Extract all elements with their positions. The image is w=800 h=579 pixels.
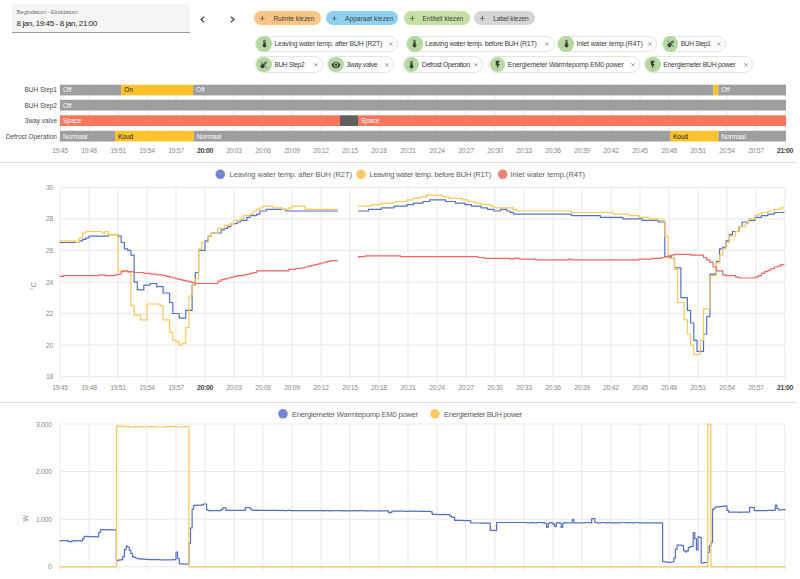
svg-text:20:12: 20:12 [313, 384, 329, 391]
svg-text:Space: Space [361, 117, 380, 125]
svg-text:20:09: 20:09 [284, 384, 300, 391]
svg-text:Off: Off [63, 102, 72, 109]
svg-text:On: On [124, 86, 133, 93]
svg-text:20:27: 20:27 [458, 384, 474, 391]
svg-text:Inlet water temp.(R4T): Inlet water temp.(R4T) [511, 170, 586, 179]
svg-text:20:42: 20:42 [603, 147, 619, 154]
svg-text:20:03: 20:03 [226, 384, 242, 391]
svg-text:20:51: 20:51 [690, 384, 706, 391]
svg-text:0: 0 [48, 563, 52, 570]
svg-text:20:57: 20:57 [748, 147, 764, 154]
svg-text:20:45: 20:45 [632, 147, 648, 154]
svg-text:20:18: 20:18 [371, 384, 387, 391]
svg-text:20:21: 20:21 [400, 384, 416, 391]
svg-text:30: 30 [46, 184, 53, 191]
svg-text:20:33: 20:33 [516, 384, 532, 391]
svg-text:20:12: 20:12 [313, 147, 329, 154]
svg-text:20:00: 20:00 [197, 147, 213, 154]
svg-text:19:45: 19:45 [52, 384, 68, 391]
svg-text:19:51: 19:51 [110, 384, 126, 391]
svg-text:28: 28 [46, 215, 53, 222]
svg-text:20:15: 20:15 [342, 384, 358, 391]
svg-text:20:36: 20:36 [545, 384, 561, 391]
svg-text:19:57: 19:57 [168, 147, 184, 154]
svg-text:Leaving water temp. before BUH: Leaving water temp. before BUH (R1T) [370, 170, 492, 179]
svg-text:20:48: 20:48 [661, 384, 677, 391]
svg-text:19:48: 19:48 [81, 384, 97, 391]
svg-text:3.000: 3.000 [36, 421, 52, 428]
svg-text:20:03: 20:03 [226, 147, 242, 154]
svg-text:21:00: 21:00 [777, 384, 793, 391]
svg-text:Off: Off [721, 86, 730, 93]
svg-text:20:06: 20:06 [255, 147, 271, 154]
svg-text:20:00: 20:00 [197, 384, 213, 391]
svg-text:19:45: 19:45 [52, 147, 68, 154]
svg-text:20:06: 20:06 [255, 384, 271, 391]
svg-text:19:51: 19:51 [110, 147, 126, 154]
svg-text:24: 24 [46, 279, 53, 286]
svg-text:Space: Space [63, 117, 82, 125]
svg-text:21:00: 21:00 [777, 147, 793, 154]
svg-text:Energiemeter BUH power: Energiemeter BUH power [444, 410, 523, 419]
svg-text:Normaal: Normaal [721, 133, 746, 140]
svg-text:BUH Step2: BUH Step2 [24, 102, 57, 110]
svg-text:20:57: 20:57 [748, 384, 764, 391]
svg-text:20:48: 20:48 [661, 147, 677, 154]
svg-text:20:36: 20:36 [545, 147, 561, 154]
svg-text:20:45: 20:45 [632, 384, 648, 391]
svg-text:BUH Step1: BUH Step1 [24, 86, 57, 94]
svg-text:Koud: Koud [118, 133, 134, 140]
svg-text:20:54: 20:54 [719, 147, 735, 154]
svg-text:Off: Off [63, 86, 72, 93]
svg-text:Energiemeter Warmtepomp EM0 po: Energiemeter Warmtepomp EM0 power [292, 410, 419, 419]
svg-text:20:09: 20:09 [284, 147, 300, 154]
svg-text:Defrost Operation: Defrost Operation [6, 133, 58, 141]
svg-text:20:24: 20:24 [429, 147, 445, 154]
svg-text:Off: Off [196, 86, 205, 93]
svg-text:19:48: 19:48 [81, 147, 97, 154]
svg-text:Normaal: Normaal [63, 133, 88, 140]
svg-text:20:51: 20:51 [690, 147, 706, 154]
svg-text:20: 20 [46, 342, 53, 349]
svg-text:Normaal: Normaal [197, 133, 222, 140]
svg-text:20:18: 20:18 [371, 147, 387, 154]
svg-text:20:39: 20:39 [574, 147, 590, 154]
svg-text:20:39: 20:39 [574, 384, 590, 391]
svg-text:19:57: 19:57 [168, 384, 184, 391]
svg-text:26: 26 [46, 247, 53, 254]
svg-text:20:24: 20:24 [429, 384, 445, 391]
svg-text:19:54: 19:54 [139, 384, 155, 391]
svg-text:20:15: 20:15 [342, 147, 358, 154]
svg-text:19:54: 19:54 [139, 147, 155, 154]
svg-text:20:21: 20:21 [400, 147, 416, 154]
svg-text:20:27: 20:27 [458, 147, 474, 154]
svg-text:18: 18 [46, 373, 53, 380]
svg-text:3way valve: 3way valve [25, 117, 58, 125]
svg-text:20:42: 20:42 [603, 384, 619, 391]
svg-text:1.000: 1.000 [36, 516, 52, 523]
svg-text:20:54: 20:54 [719, 384, 735, 391]
svg-text:2.000: 2.000 [36, 468, 52, 475]
svg-text:Leaving water temp. after BUH: Leaving water temp. after BUH (R2T) [230, 170, 353, 179]
svg-text:20:30: 20:30 [487, 147, 503, 154]
svg-text:22: 22 [46, 310, 53, 317]
svg-text:Koud: Koud [673, 133, 689, 140]
svg-text:W: W [22, 515, 29, 522]
svg-text:°C: °C [30, 282, 37, 290]
svg-text:20:30: 20:30 [487, 384, 503, 391]
svg-text:20:33: 20:33 [516, 147, 532, 154]
